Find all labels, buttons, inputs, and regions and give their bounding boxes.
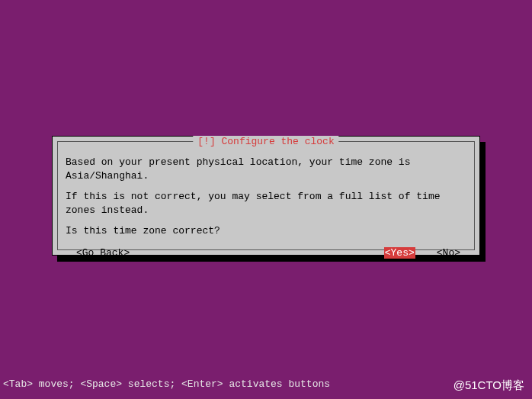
go-back-button[interactable]: <Go Back>	[76, 247, 130, 259]
dialog-frame: [!] Configure the clock Based on your pr…	[57, 141, 475, 250]
no-button[interactable]: <No>	[437, 247, 460, 259]
dialog-body: Based on your present physical location,…	[66, 156, 466, 238]
confirm-button-group: <Yes> <No>	[384, 247, 460, 259]
dialog-prompt: Is this time zone correct?	[66, 224, 466, 238]
configure-clock-dialog: [!] Configure the clock Based on your pr…	[52, 136, 480, 256]
dialog-line-1: Based on your present physical location,…	[66, 156, 466, 182]
dialog-button-row: <Go Back> <Yes> <No>	[66, 247, 466, 259]
dialog-line-2: If this is not correct, you may select f…	[66, 190, 466, 217]
help-bar: <Tab> moves; <Space> selects; <Enter> ac…	[0, 378, 333, 390]
watermark: @51CTO博客	[453, 378, 524, 393]
dialog-title: [!] Configure the clock	[193, 136, 338, 147]
yes-button[interactable]: <Yes>	[384, 247, 415, 259]
